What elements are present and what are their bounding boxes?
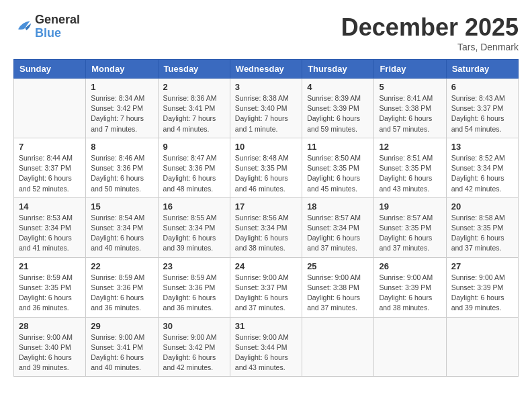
day-number: 5	[379, 82, 441, 92]
day-info: Sunrise: 8:57 AMSunset: 3:35 PMDaylight:…	[379, 213, 441, 254]
day-info: Sunrise: 8:43 AMSunset: 3:37 PMDaylight:…	[451, 93, 513, 134]
title-section: December 2025 Tars, Denmark	[341, 13, 519, 52]
calendar-day-cell: 13Sunrise: 8:52 AMSunset: 3:34 PMDayligh…	[446, 138, 518, 197]
day-info: Sunrise: 8:39 AMSunset: 3:39 PMDaylight:…	[307, 93, 369, 134]
day-number: 27	[451, 261, 513, 271]
day-number: 4	[307, 82, 369, 92]
day-info: Sunrise: 9:00 AMSunset: 3:37 PMDaylight:…	[235, 273, 297, 314]
calendar-header-cell: Sunday	[14, 60, 86, 79]
calendar-day-cell: 8Sunrise: 8:46 AMSunset: 3:36 PMDaylight…	[86, 138, 158, 197]
day-info: Sunrise: 8:50 AMSunset: 3:35 PMDaylight:…	[307, 153, 369, 194]
day-number: 20	[451, 201, 513, 212]
day-info: Sunrise: 8:51 AMSunset: 3:35 PMDaylight:…	[379, 153, 441, 194]
day-info: Sunrise: 8:47 AMSunset: 3:36 PMDaylight:…	[163, 153, 225, 194]
day-number: 19	[379, 201, 441, 212]
day-info: Sunrise: 9:00 AMSunset: 3:41 PMDaylight:…	[91, 332, 152, 373]
day-info: Sunrise: 8:59 AMSunset: 3:36 PMDaylight:…	[163, 273, 225, 314]
page-header: General Blue December 2025 Tars, Denmark	[13, 13, 519, 52]
calendar-day-cell: 20Sunrise: 8:58 AMSunset: 3:35 PMDayligh…	[446, 197, 518, 257]
day-number: 22	[91, 261, 152, 271]
day-info: Sunrise: 8:57 AMSunset: 3:34 PMDaylight:…	[307, 213, 369, 254]
calendar-week-row: 7Sunrise: 8:44 AMSunset: 3:37 PMDaylight…	[14, 138, 519, 197]
calendar-day-cell: 30Sunrise: 9:00 AMSunset: 3:42 PMDayligh…	[158, 317, 230, 377]
day-number: 25	[307, 261, 369, 271]
calendar-day-cell: 14Sunrise: 8:53 AMSunset: 3:34 PMDayligh…	[14, 197, 86, 257]
day-info: Sunrise: 9:00 AMSunset: 3:39 PMDaylight:…	[379, 273, 441, 314]
calendar-day-cell: 19Sunrise: 8:57 AMSunset: 3:35 PMDayligh…	[374, 197, 446, 257]
day-info: Sunrise: 8:53 AMSunset: 3:34 PMDaylight:…	[19, 213, 81, 254]
calendar-header-cell: Saturday	[446, 60, 518, 79]
location: Tars, Denmark	[341, 42, 519, 52]
day-number: 8	[91, 142, 152, 152]
logo: General Blue	[13, 13, 80, 40]
logo-text-line1: General	[35, 13, 80, 27]
day-info: Sunrise: 8:54 AMSunset: 3:34 PMDaylight:…	[91, 213, 152, 254]
calendar-day-cell: 18Sunrise: 8:57 AMSunset: 3:34 PMDayligh…	[302, 197, 374, 257]
day-info: Sunrise: 8:52 AMSunset: 3:34 PMDaylight:…	[451, 153, 513, 194]
day-info: Sunrise: 8:41 AMSunset: 3:38 PMDaylight:…	[379, 93, 441, 134]
calendar-body: 1Sunrise: 8:34 AMSunset: 3:42 PMDaylight…	[14, 79, 519, 377]
month-title: December 2025	[341, 13, 519, 42]
calendar-day-cell: 9Sunrise: 8:47 AMSunset: 3:36 PMDaylight…	[158, 138, 230, 197]
calendar-week-row: 1Sunrise: 8:34 AMSunset: 3:42 PMDaylight…	[14, 79, 519, 138]
day-number: 7	[19, 142, 81, 152]
calendar-table: SundayMondayTuesdayWednesdayThursdayFrid…	[13, 59, 519, 377]
calendar-day-cell	[302, 317, 374, 377]
day-number: 30	[163, 321, 225, 331]
day-info: Sunrise: 8:44 AMSunset: 3:37 PMDaylight:…	[19, 153, 81, 194]
day-info: Sunrise: 8:59 AMSunset: 3:35 PMDaylight:…	[19, 273, 81, 314]
day-number: 13	[451, 142, 513, 152]
day-info: Sunrise: 8:36 AMSunset: 3:41 PMDaylight:…	[163, 93, 225, 134]
day-info: Sunrise: 9:00 AMSunset: 3:44 PMDaylight:…	[235, 332, 297, 373]
day-number: 18	[307, 201, 369, 212]
calendar-day-cell	[14, 79, 86, 138]
calendar-day-cell: 11Sunrise: 8:50 AMSunset: 3:35 PMDayligh…	[302, 138, 374, 197]
day-info: Sunrise: 8:58 AMSunset: 3:35 PMDaylight:…	[451, 213, 513, 254]
day-number: 1	[91, 82, 152, 92]
calendar-header-row: SundayMondayTuesdayWednesdayThursdayFrid…	[14, 60, 519, 79]
calendar-day-cell: 4Sunrise: 8:39 AMSunset: 3:39 PMDaylight…	[302, 79, 374, 138]
day-number: 12	[379, 142, 441, 152]
calendar-header-cell: Tuesday	[158, 60, 230, 79]
day-number: 26	[379, 261, 441, 271]
day-number: 23	[163, 261, 225, 271]
calendar-header-cell: Wednesday	[230, 60, 302, 79]
day-info: Sunrise: 8:48 AMSunset: 3:35 PMDaylight:…	[235, 153, 297, 194]
calendar-day-cell: 28Sunrise: 9:00 AMSunset: 3:40 PMDayligh…	[14, 317, 86, 377]
day-info: Sunrise: 8:46 AMSunset: 3:36 PMDaylight:…	[91, 153, 152, 194]
calendar-day-cell: 16Sunrise: 8:55 AMSunset: 3:34 PMDayligh…	[158, 197, 230, 257]
calendar-day-cell	[446, 317, 518, 377]
calendar-day-cell: 15Sunrise: 8:54 AMSunset: 3:34 PMDayligh…	[86, 197, 158, 257]
calendar-header-cell: Friday	[374, 60, 446, 79]
day-number: 16	[163, 201, 225, 212]
day-number: 9	[163, 142, 225, 152]
calendar-day-cell: 7Sunrise: 8:44 AMSunset: 3:37 PMDaylight…	[14, 138, 86, 197]
calendar-day-cell: 24Sunrise: 9:00 AMSunset: 3:37 PMDayligh…	[230, 257, 302, 317]
day-info: Sunrise: 8:59 AMSunset: 3:36 PMDaylight:…	[91, 273, 152, 314]
logo-text-line2: Blue	[35, 27, 80, 40]
day-number: 24	[235, 261, 297, 271]
calendar-day-cell: 17Sunrise: 8:56 AMSunset: 3:34 PMDayligh…	[230, 197, 302, 257]
day-number: 31	[235, 321, 297, 331]
calendar-day-cell: 22Sunrise: 8:59 AMSunset: 3:36 PMDayligh…	[86, 257, 158, 317]
calendar-header-cell: Thursday	[302, 60, 374, 79]
day-number: 14	[19, 201, 81, 212]
calendar-day-cell: 26Sunrise: 9:00 AMSunset: 3:39 PMDayligh…	[374, 257, 446, 317]
day-number: 29	[91, 321, 152, 331]
calendar-day-cell: 10Sunrise: 8:48 AMSunset: 3:35 PMDayligh…	[230, 138, 302, 197]
calendar-day-cell: 5Sunrise: 8:41 AMSunset: 3:38 PMDaylight…	[374, 79, 446, 138]
day-number: 21	[19, 261, 81, 271]
day-number: 6	[451, 82, 513, 92]
day-info: Sunrise: 8:55 AMSunset: 3:34 PMDaylight:…	[163, 213, 225, 254]
day-info: Sunrise: 9:00 AMSunset: 3:38 PMDaylight:…	[307, 273, 369, 314]
calendar-day-cell: 2Sunrise: 8:36 AMSunset: 3:41 PMDaylight…	[158, 79, 230, 138]
calendar-day-cell: 21Sunrise: 8:59 AMSunset: 3:35 PMDayligh…	[14, 257, 86, 317]
day-number: 11	[307, 142, 369, 152]
calendar-day-cell: 12Sunrise: 8:51 AMSunset: 3:35 PMDayligh…	[374, 138, 446, 197]
calendar-day-cell: 25Sunrise: 9:00 AMSunset: 3:38 PMDayligh…	[302, 257, 374, 317]
calendar-day-cell: 3Sunrise: 8:38 AMSunset: 3:40 PMDaylight…	[230, 79, 302, 138]
logo-icon	[13, 17, 32, 36]
calendar-day-cell: 6Sunrise: 8:43 AMSunset: 3:37 PMDaylight…	[446, 79, 518, 138]
day-number: 2	[163, 82, 225, 92]
day-info: Sunrise: 9:00 AMSunset: 3:40 PMDaylight:…	[19, 332, 81, 373]
